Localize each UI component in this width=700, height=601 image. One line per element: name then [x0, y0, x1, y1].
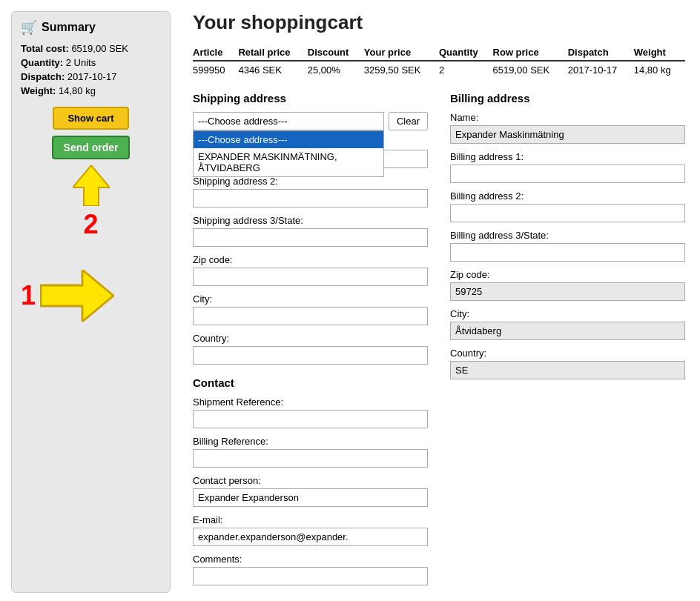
shipping-zip-group: Zip code:: [193, 254, 428, 286]
billing-section-title: Billing address: [450, 92, 685, 104]
cart-col-your-price: Your price: [364, 44, 439, 61]
billing-name-group: Name:: [450, 112, 685, 144]
cart-table-body: 5999504346 SEK25,00%3259,50 SEK26519,00 …: [193, 61, 685, 79]
cart-col-weight: Weight: [634, 44, 685, 61]
cart-col-discount: Discount: [308, 44, 364, 61]
shipping-zip-label: Zip code:: [193, 254, 428, 265]
shipping-address-2-input[interactable]: [193, 189, 428, 207]
dispatch-row: Dispatch: 2017-10-17: [21, 71, 161, 82]
email-group: E-mail:: [193, 514, 428, 546]
comments-label: Comments:: [193, 554, 428, 565]
comments-group: Comments:: [193, 554, 428, 585]
shipment-reference-input[interactable]: [193, 410, 428, 428]
billing-address-3-input[interactable]: [450, 243, 685, 262]
cart-col-quantity: Quantity: [439, 44, 493, 61]
shipping-address-3-group: Shipping address 3/State:: [193, 215, 428, 247]
shipping-column: Shipping address ---Choose address--- EX…: [193, 92, 428, 593]
quantity-label: Quantity:: [21, 57, 63, 68]
annotation-1: 1: [21, 280, 36, 311]
shipping-section-title: Shipping address: [193, 92, 428, 104]
total-cost-label: Total cost:: [21, 43, 69, 54]
contact-section: Contact Shipment Reference: Billing Refe…: [193, 376, 428, 585]
dropdown-option-expander[interactable]: EXPANDER MASKINMÄTNING, ÅTVIDABERG: [194, 148, 383, 176]
billing-reference-input[interactable]: [193, 449, 428, 468]
billing-zip-input: [450, 282, 685, 301]
billing-zip-label: Zip code:: [450, 269, 685, 280]
table-cell: 3259,50 SEK: [364, 61, 439, 79]
table-cell: 4346 SEK: [238, 61, 307, 79]
cart-col-dispatch: Dispatch: [568, 44, 634, 61]
sidebar-title-text: Summary: [42, 21, 96, 34]
billing-address-2-label: Billing address 2:: [450, 190, 685, 202]
shipping-address-3-label: Shipping address 3/State:: [193, 215, 428, 226]
sidebar: 🛒 Summary Total cost: 6519,00 SEK Quanti…: [11, 11, 171, 593]
shipping-country-group: Country:: [193, 333, 428, 365]
billing-reference-group: Billing Reference:: [193, 436, 428, 468]
table-cell: 6519,00 SEK: [493, 61, 568, 79]
billing-country-group: Country:: [450, 348, 685, 379]
shipping-city-group: City:: [193, 293, 428, 325]
page-title: Your shoppingcart: [193, 11, 685, 34]
dispatch-value: 2017-10-17: [67, 71, 117, 82]
shipping-city-input[interactable]: [193, 307, 428, 325]
sidebar-title: 🛒 Summary: [21, 19, 161, 36]
billing-address-1-group: Billing address 1:: [450, 151, 685, 183]
comments-input[interactable]: [193, 567, 428, 585]
billing-address-3-group: Billing address 3/State:: [450, 230, 685, 262]
address-select-wrapper: ---Choose address--- EXPANDER MASKINMÄTN…: [193, 112, 384, 130]
send-order-button[interactable]: Send order: [52, 136, 131, 159]
weight-label: Weight:: [21, 85, 56, 96]
main-content: Your shoppingcart ArticleRetail priceDis…: [178, 0, 700, 601]
shipment-reference-group: Shipment Reference:: [193, 396, 428, 428]
arrow-right-area: 1: [21, 270, 161, 322]
billing-city-input: [450, 322, 685, 340]
annotation-2: 2: [21, 209, 161, 240]
email-label: E-mail:: [193, 514, 428, 525]
address-select[interactable]: ---Choose address--- EXPANDER MASKINMÄTN…: [193, 112, 384, 130]
shipping-zip-input[interactable]: [193, 268, 428, 286]
shipping-address-3-input[interactable]: [193, 228, 428, 247]
svg-marker-1: [41, 270, 113, 322]
quantity-row: Quantity: 2 Units: [21, 57, 161, 68]
svg-marker-0: [73, 165, 110, 206]
cart-col-article: Article: [193, 44, 238, 61]
billing-country-label: Country:: [450, 348, 685, 359]
table-cell: 14,80 kg: [634, 61, 685, 79]
table-row: 5999504346 SEK25,00%3259,50 SEK26519,00 …: [193, 61, 685, 79]
dropdown-option-default[interactable]: ---Choose address---: [194, 131, 383, 148]
shipment-reference-label: Shipment Reference:: [193, 396, 428, 408]
contact-person-label: Contact person:: [193, 475, 428, 486]
total-cost-value: 6519,00 SEK: [71, 43, 128, 54]
shipping-country-label: Country:: [193, 333, 428, 344]
clear-button[interactable]: Clear: [389, 112, 428, 130]
quantity-value: 2 Units: [66, 57, 96, 68]
billing-address-2-input[interactable]: [450, 204, 685, 222]
contact-person-input[interactable]: [193, 488, 428, 507]
cart-col-row-price: Row price: [493, 44, 568, 61]
billing-address-1-label: Billing address 1:: [450, 151, 685, 162]
billing-column: Billing address Name: Billing address 1:…: [450, 92, 685, 593]
cart-table-header: ArticleRetail priceDiscountYour priceQua…: [193, 44, 685, 61]
cart-table: ArticleRetail priceDiscountYour priceQua…: [193, 44, 685, 79]
show-cart-button[interactable]: Show cart: [53, 107, 128, 130]
billing-address-3-label: Billing address 3/State:: [450, 230, 685, 241]
table-cell: 25,00%: [308, 61, 364, 79]
billing-city-group: City:: [450, 308, 685, 340]
billing-address-1-input[interactable]: [450, 165, 685, 183]
shipping-country-input[interactable]: [193, 346, 428, 365]
table-cell: 2017-10-17: [568, 61, 634, 79]
shipping-address-2-group: Shipping address 2:: [193, 176, 428, 207]
billing-name-label: Name:: [450, 112, 685, 123]
contact-person-group: Contact person:: [193, 475, 428, 507]
billing-name-input: [450, 125, 685, 144]
address-select-row: ---Choose address--- EXPANDER MASKINMÄTN…: [193, 112, 428, 130]
table-cell: 2: [439, 61, 493, 79]
billing-zip-group: Zip code:: [450, 269, 685, 301]
billing-address-2-group: Billing address 2:: [450, 190, 685, 222]
weight-row: Weight: 14,80 kg: [21, 85, 161, 96]
weight-value: 14,80 kg: [59, 85, 96, 96]
cart-icon: 🛒: [21, 19, 37, 36]
email-input[interactable]: [193, 528, 428, 546]
table-cell: 599950: [193, 61, 238, 79]
billing-city-label: City:: [450, 308, 685, 319]
